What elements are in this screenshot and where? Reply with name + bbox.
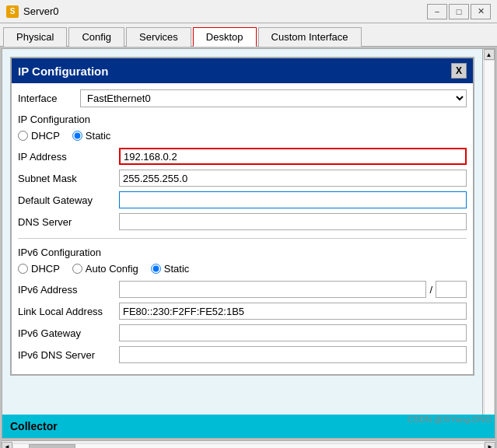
dialog-area: IP Configuration X Interface FastEtherne… (2, 49, 482, 438)
ipv6-section: IPv6 Configuration DHCP Auto Config (18, 238, 467, 363)
ipv4-section-label: IP Configuration (18, 114, 467, 125)
static-label: Static (86, 130, 111, 142)
ipv6-dhcp-radio[interactable] (18, 264, 28, 274)
ipv6-address-input-group: / (119, 281, 467, 298)
ipv6-auto-radio[interactable] (72, 264, 82, 274)
ipv6-gateway-row: IPv6 Gateway (18, 324, 467, 341)
ipv6-static-label[interactable]: Static (151, 263, 190, 275)
link-local-row: Link Local Address (18, 303, 467, 320)
ip-config-title-text: IP Configuration (18, 65, 108, 78)
ip-address-input[interactable] (119, 148, 467, 165)
dhcp-radio-label[interactable]: DHCP (18, 130, 60, 142)
minimize-button[interactable]: − (427, 4, 447, 19)
static-radio[interactable] (72, 131, 82, 141)
ipv6-auto-text: Auto Config (86, 263, 138, 275)
ipv6-dhcp-text: DHCP (31, 263, 60, 275)
static-radio-label[interactable]: Static (72, 130, 111, 142)
app-icon: S (6, 5, 19, 18)
dhcp-label: DHCP (31, 130, 60, 142)
ip-config-close-button[interactable]: X (451, 63, 467, 79)
dhcp-radio[interactable] (18, 131, 28, 141)
tab-custom-interface[interactable]: Custom Interface (258, 27, 362, 47)
ipv6-address-input[interactable] (119, 281, 426, 298)
close-button[interactable]: ✕ (471, 4, 491, 19)
main-content: ▲ ▼ IP Configuration X Interface FastEth… (2, 48, 495, 439)
ipv6-static-text: Static (164, 263, 190, 275)
subnet-mask-row: Subnet Mask (18, 170, 467, 187)
ip-config-body: Interface FastEthernet0 IP Configuration… (12, 83, 473, 374)
scroll-left-arrow[interactable]: ◄ (2, 442, 12, 449)
dns-server-row: DNS Server (18, 213, 467, 230)
default-gateway-row: Default Gateway (18, 191, 467, 208)
ipv6-dns-input[interactable] (119, 346, 467, 363)
subnet-mask-label: Subnet Mask (18, 173, 119, 184)
restore-button[interactable]: □ (449, 4, 469, 19)
title-bar: S Server0 − □ ✕ (0, 0, 497, 23)
ip-config-title-bar: IP Configuration X (12, 58, 473, 83)
link-local-label: Link Local Address (18, 306, 119, 317)
subnet-mask-input[interactable] (119, 170, 467, 187)
collector-label: Collector (10, 420, 58, 432)
ipv6-auto-label[interactable]: Auto Config (72, 263, 138, 275)
ipv6-prefix-input[interactable] (436, 281, 467, 298)
horizontal-scrollbar[interactable]: ◄ ► (2, 440, 495, 448)
interface-label: Interface (18, 93, 80, 104)
scroll-up-arrow[interactable]: ▲ (484, 49, 495, 60)
tab-physical[interactable]: Physical (3, 27, 67, 47)
ip-address-row: IP Address (18, 148, 467, 165)
default-gateway-input[interactable] (119, 191, 467, 208)
tab-desktop[interactable]: Desktop (193, 27, 257, 47)
watermark: CSDN @XiYang-DNG (408, 415, 492, 424)
ipv6-section-label: IPv6 Configuration (18, 247, 467, 258)
dns-server-label: DNS Server (18, 216, 119, 228)
scroll-track (484, 60, 495, 427)
link-local-input[interactable] (119, 303, 467, 320)
tab-services[interactable]: Services (126, 27, 191, 47)
interface-select[interactable]: FastEthernet0 (80, 89, 467, 107)
ipv4-mode-row: DHCP Static (18, 130, 467, 142)
h-scroll-thumb[interactable] (29, 444, 75, 449)
ipv6-mode-row: DHCP Auto Config Static (18, 263, 467, 275)
ip-address-label: IP Address (18, 151, 119, 163)
ipv6-gateway-input[interactable] (119, 324, 467, 341)
interface-row: Interface FastEthernet0 (18, 89, 467, 107)
tab-config[interactable]: Config (68, 27, 124, 47)
ip-config-dialog: IP Configuration X Interface FastEtherne… (10, 57, 474, 376)
ipv6-dns-label: IPv6 DNS Server (18, 349, 119, 361)
default-gateway-label: Default Gateway (18, 194, 119, 206)
tab-bar: Physical Config Services Desktop Custom … (0, 23, 497, 47)
ipv6-address-row: IPv6 Address / (18, 281, 467, 298)
ipv6-slash: / (429, 284, 432, 296)
ipv6-static-radio[interactable] (151, 264, 161, 274)
ipv6-address-label: IPv6 Address (18, 284, 119, 296)
dns-server-input[interactable] (119, 213, 467, 230)
window-title: Server0 (23, 5, 422, 17)
scroll-right-arrow[interactable]: ► (485, 442, 495, 449)
h-scroll-track (12, 443, 485, 449)
window-controls: − □ ✕ (427, 4, 491, 19)
vertical-scrollbar[interactable]: ▲ ▼ (482, 49, 495, 438)
ipv6-dns-row: IPv6 DNS Server (18, 346, 467, 363)
ipv6-gateway-label: IPv6 Gateway (18, 327, 119, 339)
ipv6-dhcp-label[interactable]: DHCP (18, 263, 60, 275)
